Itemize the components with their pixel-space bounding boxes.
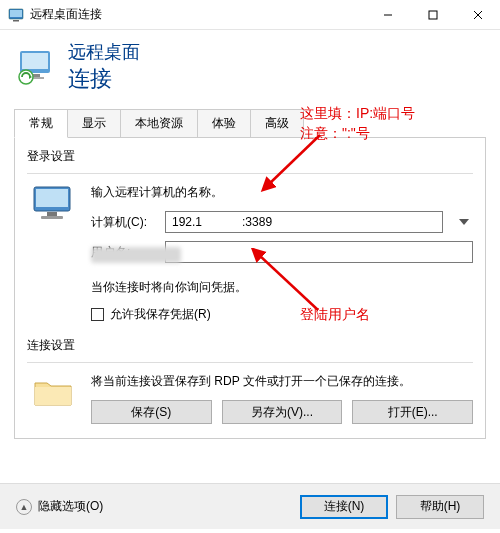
folder-icon (31, 373, 75, 411)
header-line2: 连接 (68, 64, 140, 94)
blurred-username (91, 247, 181, 263)
header-line1: 远程桌面 (68, 40, 140, 64)
login-intro: 输入远程计算机的名称。 (91, 184, 473, 201)
dialog-header: 远程桌面 连接 (0, 30, 500, 108)
monitor-icon (31, 184, 75, 222)
save-as-button[interactable]: 另存为(V)... (222, 400, 343, 424)
close-button[interactable] (455, 0, 500, 30)
hide-options-label: 隐藏选项(O) (38, 498, 103, 515)
tab-advanced[interactable]: 高级 (250, 109, 304, 138)
collapse-icon: ▲ (16, 499, 32, 515)
svg-marker-17 (459, 219, 469, 225)
computer-dropdown-arrow[interactable] (455, 211, 473, 233)
app-icon (8, 7, 24, 23)
svg-rect-2 (13, 20, 19, 22)
credential-note: 当你连接时将向你询问凭据。 (91, 279, 473, 296)
hide-options-toggle[interactable]: ▲ 隐藏选项(O) (16, 498, 300, 515)
save-button[interactable]: 保存(S) (91, 400, 212, 424)
conn-group-title: 连接设置 (27, 337, 473, 354)
svg-rect-1 (10, 10, 22, 17)
conn-icon-area (27, 373, 79, 424)
computer-label: 计算机(C): (91, 214, 165, 231)
window-controls (365, 0, 500, 30)
tab-experience[interactable]: 体验 (197, 109, 251, 138)
tab-display[interactable]: 显示 (67, 109, 121, 138)
separator (27, 362, 473, 363)
connection-settings-group: 连接设置 将当前连接设置保存到 RDP 文件或打开一个已保存的连接。 保存(S)… (27, 337, 473, 424)
tab-general[interactable]: 常规 (14, 109, 68, 138)
header-text: 远程桌面 连接 (68, 40, 140, 94)
minimize-button[interactable] (365, 0, 410, 30)
maximize-button[interactable] (410, 0, 455, 30)
open-button[interactable]: 打开(E)... (352, 400, 473, 424)
conn-intro: 将当前连接设置保存到 RDP 文件或打开一个已保存的连接。 (91, 373, 473, 390)
computer-input[interactable] (165, 211, 443, 233)
rdp-icon (16, 47, 56, 87)
titlebar: 远程桌面连接 (0, 0, 500, 30)
svg-rect-16 (41, 216, 63, 219)
save-credentials-checkbox[interactable] (91, 308, 104, 321)
svg-rect-14 (36, 189, 68, 207)
connect-button[interactable]: 连接(N) (300, 495, 388, 519)
svg-rect-8 (22, 53, 48, 69)
svg-rect-4 (429, 11, 437, 19)
help-button[interactable]: 帮助(H) (396, 495, 484, 519)
window-title: 远程桌面连接 (30, 6, 365, 23)
save-credentials-label: 允许我保存凭据(R) (110, 306, 211, 323)
login-group-title: 登录设置 (27, 148, 473, 165)
tab-panel-general: 登录设置 输入远程计算机的名称。 计算机(C): (14, 137, 486, 439)
tab-strip: 常规 显示 本地资源 体验 高级 (0, 108, 500, 137)
login-icon-area (27, 184, 79, 323)
separator (27, 173, 473, 174)
login-settings-group: 登录设置 输入远程计算机的名称。 计算机(C): (27, 148, 473, 323)
bottom-bar: ▲ 隐藏选项(O) 连接(N) 帮助(H) (0, 483, 500, 529)
tab-local-resources[interactable]: 本地资源 (120, 109, 198, 138)
svg-rect-15 (47, 212, 57, 216)
username-input[interactable] (165, 241, 473, 263)
